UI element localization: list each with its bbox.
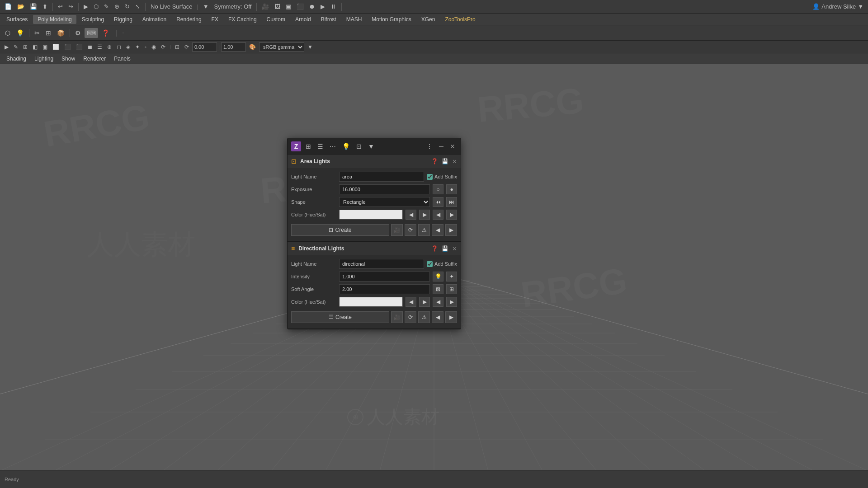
play-btn[interactable]: ▶ bbox=[319, 3, 327, 10]
dir-create-btn[interactable]: ☰ Create bbox=[291, 311, 389, 323]
vp-btn-15[interactable]: ⟳ bbox=[159, 43, 167, 51]
area-color-swatch[interactable] bbox=[339, 210, 403, 220]
vpm-renderer[interactable]: Renderer bbox=[80, 55, 109, 63]
panel-icon-grid[interactable]: ⊞ bbox=[304, 142, 313, 151]
record-btn[interactable]: ⏺ bbox=[307, 3, 317, 10]
vp-btn-5[interactable]: ⬜ bbox=[51, 43, 61, 51]
vp-btn-4[interactable]: ▣ bbox=[41, 43, 49, 51]
panel-icon-down[interactable]: ▼ bbox=[366, 142, 376, 151]
dir-reset-btn[interactable]: ⟳ bbox=[405, 311, 416, 323]
menu-mash[interactable]: MASH bbox=[342, 15, 367, 24]
paint-btn[interactable]: ✎ bbox=[102, 3, 111, 10]
menu-bifrost[interactable]: Bifrost bbox=[316, 15, 341, 24]
vp-btn-14[interactable]: ◉ bbox=[150, 43, 158, 51]
directional-lights-header[interactable]: ≡ Directional Lights ❓ 💾 ✕ bbox=[288, 242, 461, 255]
select-btn[interactable]: ▶ bbox=[82, 3, 90, 10]
light-name-input[interactable] bbox=[339, 172, 424, 182]
icon-btn-2[interactable]: 💡 bbox=[14, 28, 26, 38]
menu-arnold[interactable]: Arnold bbox=[291, 15, 316, 24]
menu-zoo-tools-pro[interactable]: ZooToolsPro bbox=[440, 15, 480, 24]
soft-angle-input[interactable] bbox=[339, 284, 430, 294]
live-surface-btn[interactable]: No Live Surface bbox=[149, 3, 194, 10]
area-lights-save[interactable]: 💾 bbox=[442, 158, 448, 164]
undo-btn[interactable]: ↩ bbox=[56, 3, 65, 10]
soft-angle-compress-btn[interactable]: ⊠ bbox=[433, 284, 443, 294]
transform-btn[interactable]: ⊕ bbox=[113, 3, 121, 10]
vp-btn-13[interactable]: ◦ bbox=[143, 43, 148, 51]
rotate-btn[interactable]: ↻ bbox=[123, 3, 132, 10]
area-lights-close[interactable]: ✕ bbox=[452, 158, 457, 165]
lasso-btn[interactable]: ⬡ bbox=[92, 3, 100, 10]
vp-btn-9[interactable]: ☰ bbox=[95, 43, 104, 51]
area-create-btn[interactable]: ⊡ Create bbox=[291, 224, 389, 236]
area-color-next[interactable]: ▶ bbox=[419, 210, 430, 220]
panel-icon-grid2[interactable]: ⊡ bbox=[354, 142, 363, 151]
dir-warn-btn[interactable]: ⚠ bbox=[418, 311, 430, 323]
icon-btn-5[interactable]: 📦 bbox=[55, 28, 67, 38]
panel-minimize-btn[interactable]: ─ bbox=[437, 142, 445, 151]
area-camera-btn[interactable]: 🎥 bbox=[391, 224, 403, 236]
area-lights-header[interactable]: ⊡ Area Lights ❓ 💾 ✕ bbox=[288, 155, 461, 168]
area-lights-help[interactable]: ❓ bbox=[431, 158, 438, 164]
open-file-btn[interactable]: 📂 bbox=[15, 3, 26, 10]
directional-lights-close[interactable]: ✕ bbox=[452, 245, 457, 252]
vp-btn-17[interactable]: ⟳ bbox=[183, 43, 191, 51]
camera-btn[interactable]: 🎥 bbox=[260, 3, 271, 10]
vp-value-1[interactable] bbox=[192, 42, 217, 52]
dir-light-name-input[interactable] bbox=[339, 259, 424, 269]
area-color-hue-next[interactable]: ▶ bbox=[446, 210, 457, 220]
area-reset-btn[interactable]: ⟳ bbox=[405, 224, 416, 236]
vp-btn-8[interactable]: ◼ bbox=[86, 43, 94, 51]
soft-angle-expand-btn[interactable]: ⊞ bbox=[446, 284, 457, 294]
dir-color-hue-prev[interactable]: ◀ bbox=[433, 297, 443, 307]
vp-btn-12[interactable]: ✦ bbox=[133, 43, 142, 51]
icon-btn-8[interactable]: ❓ bbox=[99, 28, 112, 38]
scale-btn[interactable]: ⤡ bbox=[133, 3, 142, 10]
save-file-btn[interactable]: 💾 bbox=[28, 3, 39, 10]
panel-icon-dots[interactable]: ⋯ bbox=[328, 142, 338, 151]
menu-custom[interactable]: Custom bbox=[262, 15, 290, 24]
vpm-show[interactable]: Show bbox=[58, 55, 79, 63]
panel-icon-menu[interactable]: ⋮ bbox=[425, 142, 434, 151]
vp-btn-10[interactable]: ⊕ bbox=[105, 43, 113, 51]
vp-btn-7[interactable]: ⬛ bbox=[74, 43, 85, 51]
vpm-panels[interactable]: Panels bbox=[110, 55, 134, 63]
directional-lights-help[interactable]: ❓ bbox=[431, 245, 438, 252]
vp-btn-6[interactable]: ⬛ bbox=[62, 43, 73, 51]
intensity-light-btn[interactable]: 💡 bbox=[433, 272, 443, 282]
exposure-input[interactable] bbox=[339, 184, 430, 194]
area-fwd-btn[interactable]: ▶ bbox=[445, 224, 457, 236]
menu-rendering[interactable]: Rendering bbox=[172, 15, 206, 24]
area-color-prev[interactable]: ◀ bbox=[406, 210, 416, 220]
render2-btn[interactable]: ▣ bbox=[284, 3, 293, 10]
symmetry-btn[interactable]: Symmetry: Off bbox=[212, 3, 254, 10]
intensity-input[interactable] bbox=[339, 272, 430, 282]
panel-close-btn[interactable]: ✕ bbox=[448, 142, 457, 151]
dir-fwd-btn[interactable]: ▶ bbox=[445, 311, 457, 323]
exposure-circle-btn[interactable]: ○ bbox=[433, 184, 443, 194]
menu-rigging[interactable]: Rigging bbox=[109, 15, 137, 24]
panel-icon-list[interactable]: ☰ bbox=[316, 142, 325, 151]
dir-add-suffix-checkbox[interactable] bbox=[427, 261, 433, 267]
dir-back-btn[interactable]: ◀ bbox=[432, 311, 443, 323]
dir-color-swatch[interactable] bbox=[339, 297, 403, 307]
pause-btn[interactable]: ⏸ bbox=[329, 3, 338, 10]
dir-color-hue-next[interactable]: ▶ bbox=[446, 297, 457, 307]
menu-fx-caching[interactable]: FX Caching bbox=[224, 15, 261, 24]
add-suffix-checkbox[interactable] bbox=[427, 174, 433, 180]
icon-btn-4[interactable]: ⊞ bbox=[43, 28, 53, 38]
icon-btn-7[interactable]: ⌨ bbox=[85, 28, 98, 38]
vp-btn-cube[interactable]: ◻ bbox=[115, 43, 123, 51]
menu-xgen[interactable]: XGen bbox=[417, 15, 440, 24]
icon-btn-6[interactable]: ⚙ bbox=[73, 28, 83, 38]
vp-btn-1[interactable]: ▶ bbox=[3, 43, 10, 51]
vp-btn-2[interactable]: ✎ bbox=[12, 43, 20, 51]
directional-lights-save[interactable]: 💾 bbox=[442, 245, 448, 252]
vp-value-2[interactable] bbox=[221, 42, 246, 52]
vp-btn-11[interactable]: ◈ bbox=[124, 43, 132, 51]
vp-color-swatch[interactable]: 🎨 bbox=[247, 43, 258, 51]
menu-surfaces[interactable]: Surfaces bbox=[2, 15, 32, 24]
icon-btn-1[interactable]: ⬡ bbox=[3, 28, 13, 38]
render3-btn[interactable]: ⬛ bbox=[295, 3, 306, 10]
exposure-dot-btn[interactable]: ● bbox=[446, 184, 457, 194]
